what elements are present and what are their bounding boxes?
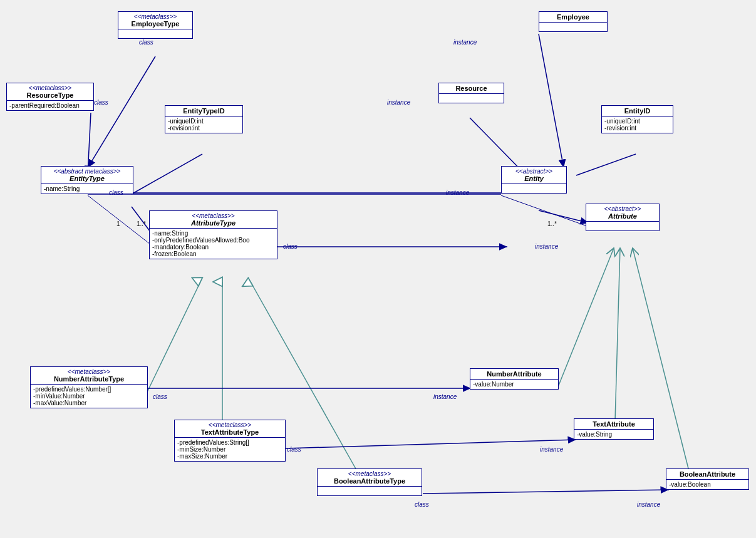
svg-line-2 [88, 113, 91, 174]
box-EntityType: <<abstract metaclass>> EntityType -name:… [41, 166, 133, 194]
svg-line-10 [501, 195, 589, 227]
box-TextAttribute: TextAttribute -value:String [574, 418, 654, 440]
stereotype-Entity: <<abstract>> [504, 168, 564, 175]
label-instance-7: instance [637, 501, 660, 508]
stereotype-BooleanAttributeType: <<metaclass>> [320, 470, 419, 477]
classname-ResourceType: ResourceType [9, 91, 91, 99]
box-NumberAttributeType: <<metaclass>> NumberAttributeType -prede… [30, 366, 148, 408]
attr-BooleanAttribute-1: -value:Boolean [669, 481, 746, 488]
attr-EntityTypeID-1: -uniqueID:int [168, 118, 240, 125]
classname-EntityType: EntityType [44, 175, 130, 182]
stereotype-ResourceType: <<metaclass>> [9, 85, 91, 91]
box-EntityTypeID: EntityTypeID -uniqueID:int -revision:int [165, 105, 243, 133]
box-NumberAttribute: NumberAttribute -value:Number [470, 368, 559, 390]
classname-Resource: Resource [442, 85, 501, 92]
label-mult-1: 1 [117, 220, 120, 227]
label-mult-3: 1..* [547, 220, 557, 227]
box-EmployeeType: <<metaclass>> EmployeeType [118, 11, 193, 39]
box-ResourceType: <<metaclass>> ResourceType -parentRequir… [6, 83, 94, 111]
svg-line-4 [132, 154, 202, 194]
classname-Attribute: Attribute [589, 212, 656, 220]
label-class-5: class [153, 393, 167, 400]
attr-ResourceType-1: -parentRequired:Boolean [9, 102, 91, 109]
classname-TextAttribute: TextAttribute [577, 420, 651, 428]
box-Resource: Resource [438, 83, 504, 103]
svg-line-0 [88, 56, 155, 168]
label-instance-1: instance [453, 39, 477, 46]
box-EntityID: EntityID -uniqueID:int -revision:int [601, 105, 673, 133]
attr-TextAttribute-1: -value:String [577, 431, 651, 438]
attr-TextAttributeType-3: -maxSize:Number [177, 453, 282, 460]
box-AttributeType: <<metaclass>> AttributeType -name:String… [149, 210, 277, 259]
svg-line-21 [423, 490, 669, 494]
label-instance-5: instance [433, 393, 457, 400]
label-instance-4: instance [535, 243, 558, 250]
svg-line-9 [88, 195, 150, 244]
attr-EntityID-2: -revision:int [604, 125, 670, 132]
svg-line-5 [576, 154, 636, 175]
box-BooleanAttribute: BooleanAttribute -value:Boolean [666, 468, 749, 490]
box-Entity: <<abstract>> Entity [501, 166, 567, 194]
box-BooleanAttributeType: <<metaclass>> BooleanAttributeType [317, 468, 422, 496]
classname-BooleanAttributeType: BooleanAttributeType [320, 477, 419, 485]
label-instance-3: instance [446, 189, 469, 196]
label-class-1: class [139, 39, 153, 46]
attr-AttributeType-1: -name:String [152, 230, 274, 237]
attr-TextAttributeType-1: -predefinedValues:String[] [177, 439, 282, 446]
attr-NumberAttributeType-2: -minValue:Number [33, 393, 145, 400]
stereotype-Attribute: <<abstract>> [589, 205, 656, 212]
attr-NumberAttributeType-1: -predefinedValues:Number[] [33, 386, 145, 393]
box-TextAttributeType: <<metaclass>> TextAttributeType -predefi… [174, 420, 286, 462]
svg-line-7 [539, 210, 589, 223]
attr-AttributeType-4: -frozen:Boolean [152, 251, 274, 257]
stereotype-TextAttributeType: <<metaclass>> [177, 422, 282, 428]
box-Employee: Employee [539, 11, 608, 32]
stereotype-NumberAttributeType: <<metaclass>> [33, 368, 145, 375]
arrows-svg: EntityType (blue line) --> Entity --> En… [0, 0, 756, 538]
attr-EntityTypeID-2: -revision:int [168, 125, 240, 132]
stereotype-EntityType: <<abstract metaclass>> [44, 168, 130, 175]
classname-Entity: Entity [504, 175, 564, 182]
label-class-6: class [287, 446, 301, 453]
classname-EntityTypeID: EntityTypeID [168, 107, 240, 115]
label-class-7: class [415, 501, 429, 508]
attr-AttributeType-3: -mandatory:Boolean [152, 244, 274, 251]
attr-NumberAttributeType-3: -maxValue:Number [33, 400, 145, 406]
attr-NumberAttribute-1: -value:Number [473, 381, 556, 388]
attr-EntityID-1: -uniqueID:int [604, 118, 670, 125]
classname-NumberAttributeType: NumberAttributeType [33, 375, 145, 383]
label-class-2: class [94, 99, 108, 106]
classname-NumberAttribute: NumberAttribute [473, 370, 556, 378]
attr-TextAttributeType-2: -minSize:Number [177, 446, 282, 453]
svg-line-1 [539, 34, 564, 168]
label-instance-2: instance [387, 99, 410, 106]
classname-EntityID: EntityID [604, 107, 670, 115]
svg-line-16 [557, 248, 614, 388]
attr-EntityType-1: -name:String [44, 185, 130, 192]
classname-BooleanAttribute: BooleanAttribute [669, 470, 746, 478]
svg-line-6 [132, 207, 150, 232]
diagram-container: EntityType (blue line) --> Entity --> En… [0, 0, 756, 538]
classname-AttributeType: AttributeType [152, 219, 274, 227]
stereotype-AttributeType: <<metaclass>> [152, 212, 274, 219]
svg-line-20 [285, 440, 576, 448]
svg-line-13 [145, 282, 200, 396]
box-Attribute: <<abstract>> Attribute [586, 204, 660, 231]
label-instance-6: instance [540, 446, 563, 453]
label-mult-2: 1..* [137, 220, 146, 227]
label-class-4: class [283, 243, 298, 250]
stereotype-EmployeeType: <<metaclass>> [121, 13, 190, 20]
classname-Employee: Employee [542, 13, 604, 21]
svg-line-17 [615, 248, 620, 421]
attr-AttributeType-2: -onlyPredefinedValuesAllowed:Boo [152, 237, 274, 244]
classname-EmployeeType: EmployeeType [121, 20, 190, 28]
classname-TextAttributeType: TextAttributeType [177, 428, 282, 436]
